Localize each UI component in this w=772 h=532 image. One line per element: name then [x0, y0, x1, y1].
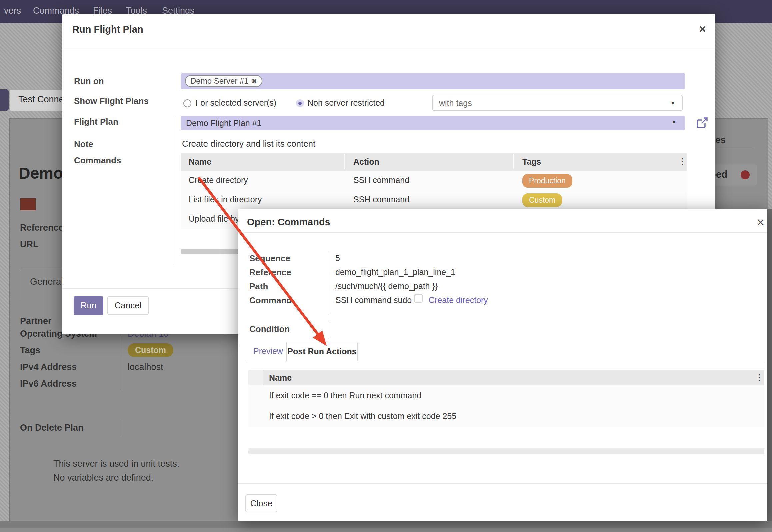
create-directory-link[interactable]: Create directory [429, 295, 488, 305]
radio-selected-servers[interactable] [183, 99, 191, 107]
table-row-empty [248, 427, 764, 449]
field-separator [121, 421, 121, 436]
commands-table-header: Name Action Tags ⋮ [181, 153, 687, 171]
radio-non-server-restricted[interactable] [296, 99, 304, 107]
backdrop-bottom-strip [0, 521, 772, 528]
label-column-divider [174, 116, 174, 265]
tab-preview[interactable]: Preview [253, 346, 283, 356]
close-button[interactable]: Close [245, 494, 277, 512]
backdrop-right-strip [767, 209, 772, 521]
path-value: /such/much/{{ demo_path }} [335, 281, 438, 291]
radio-non-server-restricted-label: Non server restricted [307, 98, 385, 108]
flight-plan-value: Demo Flight Plan #1 [186, 118, 262, 128]
tab-post-run-actions[interactable]: Post Run Actions [286, 342, 358, 361]
backdrop-bottom-strip [0, 528, 772, 532]
external-link-icon[interactable] [696, 116, 709, 129]
table-row[interactable]: If exit code == 0 then Run next command [248, 385, 764, 406]
open-commands-modal: Open: Commands ✕ Sequence 5 Reference de… [238, 209, 767, 521]
column-header-tags[interactable]: Tags [522, 157, 541, 167]
field-column-divider [329, 251, 329, 313]
server-tag-pill: Demo Server #1 ✖ [185, 75, 262, 87]
url-label: URL [20, 239, 39, 250]
run-button[interactable]: Run [74, 296, 103, 315]
kebab-menu-icon[interactable]: ⋮ [678, 156, 687, 167]
open-modal-title: Open: Commands [247, 217, 330, 228]
unit-tests-note-line1: This server is used in unit tests. [53, 459, 179, 469]
run-on-select[interactable]: Demo Server #1 ✖ ▾ [181, 73, 685, 89]
server-color-swatch [20, 198, 36, 211]
note-label: Note [74, 139, 93, 149]
commands-label: Commands [74, 155, 121, 166]
unit-tests-note-line2: No variables are defined. [53, 473, 153, 483]
close-icon[interactable]: ✕ [698, 23, 707, 35]
field-separator [121, 326, 121, 390]
smart-button-fragment: es [715, 135, 726, 145]
row-action: SSH command [353, 195, 409, 204]
page: vers Commands Files Tools Settings Test … [0, 0, 772, 532]
tags-label: Tags [20, 345, 40, 356]
note-value: Create directory and list its content [182, 139, 315, 149]
field-column-divider [329, 321, 329, 337]
test-connection-button: Test Connec [10, 89, 66, 111]
ipv4-value: localhost [128, 362, 163, 372]
selection-column[interactable] [248, 370, 263, 385]
server-tag-label: Demo Server #1 [190, 76, 249, 86]
modal-header-divider [238, 232, 767, 233]
sequence-label: Sequence [249, 253, 290, 264]
tab-general-label: General [30, 276, 63, 287]
with-tags-select[interactable]: with tags ▾ [432, 95, 683, 111]
close-icon[interactable]: ✕ [756, 217, 765, 228]
reference-label: Reference [20, 223, 64, 233]
tabbar-divider [358, 361, 763, 361]
row-tag-badge: Custom [522, 193, 562, 207]
modal-footer-divider [238, 483, 767, 484]
partner-label: Partner [20, 316, 52, 326]
row-name: List files in directory [189, 195, 262, 204]
radio-dot [298, 102, 302, 105]
path-label: Path [249, 281, 268, 292]
column-header-name[interactable]: Name [189, 157, 211, 167]
condition-label: Condition [249, 324, 290, 334]
test-connection-label: Test Connec [18, 94, 66, 105]
sequence-value: 5 [335, 253, 340, 263]
row-name: If exit code > 0 then Exit with custom e… [269, 411, 456, 421]
run-modal-title: Run Flight Plan [72, 24, 143, 35]
column-header-name[interactable]: Name [269, 373, 292, 383]
chevron-down-icon: ▾ [673, 119, 675, 125]
sudo-checkbox[interactable] [414, 294, 423, 303]
table-row[interactable]: Create directory SSH command Production [181, 171, 687, 190]
cancel-button[interactable]: Cancel [107, 296, 149, 315]
tags-badge: Custom [128, 343, 173, 357]
command-label: Command [249, 295, 292, 306]
status-dot [741, 170, 750, 179]
command-value: SSH command sudo [335, 295, 412, 305]
header-cell-divider [344, 154, 345, 169]
show-flight-plans-label: Show Flight Plans [74, 96, 149, 106]
with-tags-value: with tags [439, 98, 472, 108]
reference-field-label: Reference [249, 267, 291, 278]
header-cell-divider [513, 154, 514, 169]
table-row[interactable]: List files in directory SSH command Cust… [181, 190, 687, 210]
reference-field-value: demo_flight_plan_1_plan_line_1 [335, 267, 455, 277]
row-action: SSH command [353, 175, 409, 185]
nav-item-servers: vers [4, 6, 21, 16]
row-name: Upload file by [189, 214, 239, 224]
flight-plan-label: Flight Plan [74, 117, 118, 127]
on-delete-plan-label: On Delete Plan [20, 423, 84, 433]
horizontal-scrollbar[interactable] [248, 449, 764, 454]
flight-plan-select[interactable]: Demo Flight Plan #1 ▾ [181, 116, 685, 130]
ipv6-label: IPv6 Address [20, 379, 77, 389]
remove-tag-icon[interactable]: ✖ [252, 77, 257, 85]
kebab-menu-icon[interactable]: ⋮ [755, 372, 764, 383]
table-row[interactable]: If exit code > 0 then Exit with custom e… [248, 406, 764, 427]
row-name: If exit code == 0 then Run next command [269, 391, 421, 400]
row-tag-badge: Production [522, 174, 572, 188]
radio-selected-servers-label: For selected server(s) [195, 98, 276, 108]
tabbar-divider [247, 361, 286, 361]
column-header-action[interactable]: Action [353, 157, 379, 167]
run-on-label: Run on [74, 76, 104, 86]
modal-header-divider [62, 49, 715, 49]
chevron-down-icon: ▾ [671, 99, 675, 107]
tab-post-run-actions-label: Post Run Actions [287, 347, 356, 356]
horizontal-scrollbar[interactable] [181, 249, 238, 254]
